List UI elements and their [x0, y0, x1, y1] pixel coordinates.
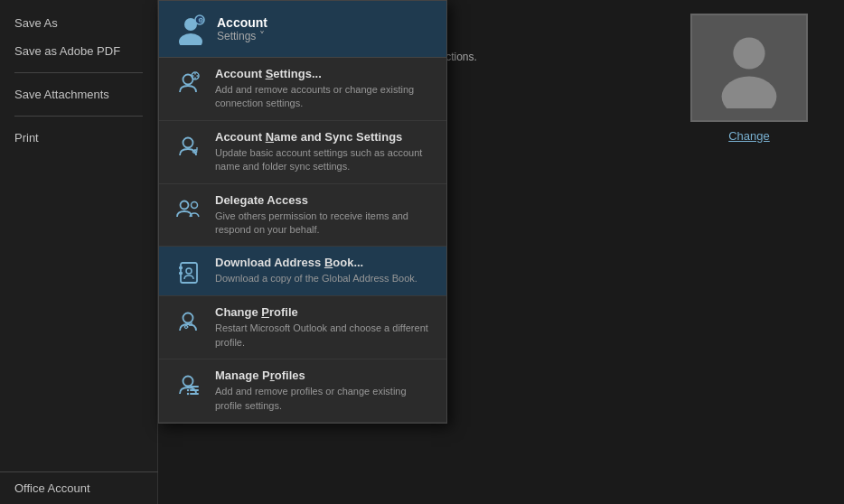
change-profile-icon — [173, 307, 202, 336]
account-button[interactable]: ⚙ Account Settings ˅ — [159, 1, 446, 58]
svg-text:⚙: ⚙ — [198, 17, 203, 23]
svg-rect-16 — [179, 266, 183, 269]
profile-photo — [690, 14, 808, 122]
sync-settings-text: Account Name and Sync Settings Update ba… — [215, 130, 432, 174]
account-settings-icon — [173, 69, 202, 98]
svg-point-3 — [179, 33, 202, 45]
svg-rect-22 — [190, 389, 199, 391]
delegate-desc: Give others permission to receive items … — [215, 210, 432, 238]
change-profile-desc: Restart Microsoft Outlook and choose a d… — [215, 322, 432, 350]
address-book-icon — [173, 257, 202, 286]
menu-item-sync-settings[interactable]: Account Name and Sync Settings Update ba… — [159, 121, 446, 184]
menu-item-account-settings[interactable]: Account Settings... Add and remove accou… — [159, 58, 446, 121]
sidebar-item-save-pdf[interactable]: Save as Adobe PDF — [0, 37, 157, 65]
profile-photo-container: Change — [690, 14, 808, 143]
svg-point-26 — [187, 393, 189, 395]
dropdown-menu: ⚙ Account Settings ˅ Account Settings... — [158, 0, 447, 424]
svg-point-13 — [181, 201, 189, 209]
account-label-text: Account — [217, 15, 267, 30]
address-book-text: Download Address Book... Download a copy… — [215, 256, 432, 285]
svg-point-12 — [183, 137, 193, 147]
manage-profiles-title: Manage Profiles — [215, 369, 432, 382]
delegate-text: Delegate Access Give others permission t… — [215, 193, 432, 238]
account-settings-desc: Add and remove accounts or change existi… — [215, 83, 432, 111]
address-book-title: Download Address Book... — [215, 256, 432, 269]
sidebar: Save As Save as Adobe PDF Save Attachmen… — [0, 0, 158, 504]
sidebar-item-print[interactable]: Print — [0, 124, 157, 152]
account-icon-svg: ⚙ — [174, 13, 207, 45]
svg-rect-23 — [190, 393, 199, 395]
menu-item-manage-profiles[interactable]: Manage Profiles Add and remove profiles … — [159, 359, 446, 423]
sidebar-divider-2 — [14, 116, 143, 117]
sidebar-item-save-as[interactable]: Save As — [0, 9, 157, 37]
account-button-label: Account — [217, 15, 267, 30]
manage-profiles-text: Manage Profiles Add and remove profiles … — [215, 369, 432, 413]
menu-item-change-profile[interactable]: Change Profile Restart Microsoft Outlook… — [159, 296, 446, 359]
account-button-sublabel: Settings ˅ — [217, 30, 267, 42]
office-account-label: Office Account — [14, 481, 90, 495]
sidebar-item-save-attachments[interactable]: Save Attachments — [0, 80, 157, 108]
svg-point-0 — [733, 37, 764, 69]
svg-rect-17 — [179, 272, 183, 275]
account-button-icon: ⚙ — [173, 12, 208, 46]
svg-point-18 — [186, 268, 192, 274]
sync-settings-title: Account Name and Sync Settings — [215, 130, 432, 144]
profile-photo-svg — [713, 27, 785, 108]
svg-point-20 — [183, 377, 193, 387]
account-settings-title: Account Settings... — [215, 67, 432, 80]
svg-rect-21 — [190, 386, 199, 387]
manage-profiles-desc: Add and remove profiles or change existi… — [215, 385, 432, 413]
change-profile-title: Change Profile — [215, 305, 432, 319]
svg-point-25 — [187, 389, 189, 391]
sync-settings-icon — [173, 132, 202, 161]
sidebar-divider-1 — [14, 72, 143, 73]
delegate-title: Delegate Access — [215, 193, 432, 207]
svg-point-24 — [187, 386, 189, 387]
account-settings-text: Account Settings... Add and remove accou… — [215, 67, 432, 111]
manage-profiles-icon — [173, 370, 202, 399]
sidebar-bottom: Office Account — [0, 471, 158, 504]
delegate-icon — [173, 195, 202, 224]
svg-point-1 — [722, 77, 777, 108]
svg-point-19 — [183, 313, 193, 323]
change-photo-link[interactable]: Change — [728, 129, 770, 143]
change-profile-text: Change Profile Restart Microsoft Outlook… — [215, 305, 432, 350]
menu-item-delegate[interactable]: Delegate Access Give others permission t… — [159, 184, 446, 247]
address-book-desc: Download a copy of the Global Address Bo… — [215, 272, 432, 285]
svg-point-14 — [192, 201, 198, 208]
svg-rect-15 — [181, 263, 197, 283]
menu-item-address-book[interactable]: Download Address Book... Download a copy… — [159, 247, 446, 296]
sync-settings-desc: Update basic account settings such as ac… — [215, 146, 432, 174]
